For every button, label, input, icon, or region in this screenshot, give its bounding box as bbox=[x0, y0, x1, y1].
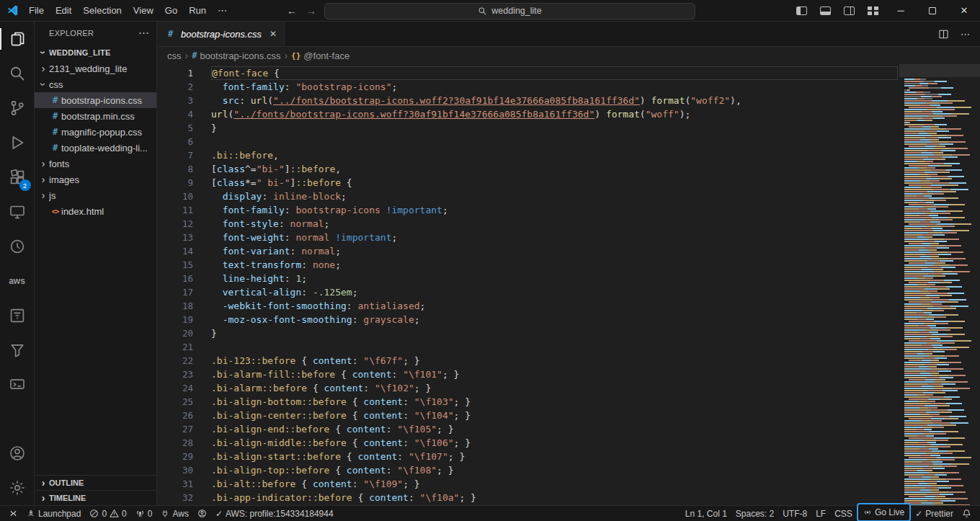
code-line-1[interactable]: 1@font-face { bbox=[157, 66, 899, 80]
toggle-secondary-sidebar-icon[interactable] bbox=[837, 0, 861, 22]
tree-file-magnific-popup.css[interactable]: ›#magnific-popup.css bbox=[35, 124, 156, 140]
tree-folder-2131_wedding_lite[interactable]: ›2131_wedding_lite bbox=[35, 61, 156, 76]
settings-gear-icon[interactable] bbox=[0, 471, 35, 505]
code-line-16[interactable]: 16 line-height: 1; bbox=[157, 272, 899, 285]
code-line-32[interactable]: 32.bi-app-indicator::before { content: "… bbox=[157, 491, 899, 504]
menu-file[interactable]: File bbox=[23, 0, 50, 21]
code-line-4[interactable]: 4url("../fonts/bootstrap-icons.woff?30af… bbox=[157, 107, 899, 121]
menu-selection[interactable]: Selection bbox=[77, 0, 127, 21]
tree-folder-images[interactable]: ›images bbox=[35, 172, 156, 187]
code-line-23[interactable]: 23.bi-alarm-fill::before { content: "\f1… bbox=[157, 368, 899, 381]
menu-view[interactable]: View bbox=[128, 0, 159, 21]
maximize-button[interactable] bbox=[917, 0, 948, 22]
source-control-icon[interactable] bbox=[0, 91, 35, 125]
encoding-status[interactable]: UTF-8 bbox=[778, 506, 811, 521]
workspace-root[interactable]: › WEDDING_LITE bbox=[35, 45, 156, 61]
menu-more[interactable]: ⋯ bbox=[212, 0, 233, 21]
remote-explorer-icon[interactable] bbox=[0, 195, 35, 229]
code-line-17[interactable]: 17 vertical-align: -.125em; bbox=[157, 285, 899, 299]
code-line-20[interactable]: 20} bbox=[157, 326, 899, 340]
toggle-primary-sidebar-icon[interactable] bbox=[790, 0, 814, 22]
minimap[interactable] bbox=[899, 64, 980, 505]
nav-back-icon[interactable]: ← bbox=[285, 5, 298, 17]
close-window-button[interactable]: ✕ bbox=[948, 0, 980, 22]
remote-indicator[interactable] bbox=[4, 506, 22, 521]
filter-box-icon[interactable] bbox=[0, 298, 35, 333]
clock-icon[interactable] bbox=[0, 229, 35, 264]
nav-forward-icon[interactable]: → bbox=[305, 5, 318, 17]
tree-folder-css[interactable]: ›css bbox=[35, 76, 156, 92]
code-line-24[interactable]: 24.bi-alarm::before { content: "\f102"; … bbox=[157, 381, 899, 395]
code-lines[interactable]: 1@font-face {2 font-family: "bootstrap-i… bbox=[157, 64, 899, 505]
cursor-position-status[interactable]: Ln 1, Col 1 bbox=[681, 506, 731, 521]
account-status-item[interactable] bbox=[193, 506, 211, 521]
tree-file-tooplate-wedding-li...[interactable]: ›#tooplate-wedding-li... bbox=[35, 140, 156, 156]
code-line-12[interactable]: 12 font-style: normal; bbox=[157, 217, 899, 231]
code-line-18[interactable]: 18 -webkit-font-smoothing: antialiased; bbox=[157, 299, 899, 313]
problems-status-item[interactable]: 0 0 bbox=[85, 506, 130, 521]
timeline-section[interactable]: › TIMELINE bbox=[35, 490, 156, 505]
eol-status[interactable]: LF bbox=[811, 506, 830, 521]
menu-run[interactable]: Run bbox=[183, 0, 212, 21]
breadcrumb-file[interactable]: # bootstrap-icons.css bbox=[192, 50, 280, 61]
code-line-25[interactable]: 25.bi-align-bottom::before { content: "\… bbox=[157, 395, 899, 409]
breadcrumb-symbol[interactable]: {} @font-face bbox=[291, 50, 349, 61]
command-center-search[interactable]: wedding_lite bbox=[324, 3, 695, 19]
minimize-button[interactable]: ─ bbox=[885, 0, 917, 22]
code-line-28[interactable]: 28.bi-align-middle::before { content: "\… bbox=[157, 436, 899, 450]
funnel-icon[interactable] bbox=[0, 333, 35, 368]
code-line-6[interactable]: 6 bbox=[157, 135, 899, 148]
notifications-bell[interactable] bbox=[958, 506, 976, 521]
aws-toolkit-icon[interactable]: aws bbox=[0, 264, 35, 298]
code-line-10[interactable]: 10 display: inline-block; bbox=[157, 190, 899, 203]
code-line-2[interactable]: 2 font-family: "bootstrap-icons"; bbox=[157, 80, 899, 94]
language-mode-status[interactable]: CSS bbox=[830, 506, 857, 521]
tree-folder-fonts[interactable]: ›fonts bbox=[35, 156, 156, 172]
ports-status-item[interactable]: 0 bbox=[131, 506, 157, 521]
explorer-icon[interactable] bbox=[0, 22, 35, 56]
tree-folder-js[interactable]: ›js bbox=[35, 187, 156, 203]
terminal-monitor-icon[interactable] bbox=[0, 368, 35, 402]
prettier-status-item[interactable]: ✓ Prettier bbox=[911, 506, 958, 521]
accounts-icon[interactable] bbox=[0, 436, 35, 471]
split-editor-icon[interactable] bbox=[938, 29, 949, 40]
code-line-5[interactable]: 5} bbox=[157, 121, 899, 135]
code-line-19[interactable]: 19 -moz-osx-font-smoothing: grayscale; bbox=[157, 313, 899, 326]
tree-file-index.html[interactable]: ›<>index.html bbox=[35, 203, 156, 219]
code-line-14[interactable]: 14 font-variant: normal; bbox=[157, 244, 899, 258]
code-line-21[interactable]: 21 bbox=[157, 340, 899, 354]
code-line-27[interactable]: 27.bi-align-end::before { content: "\f10… bbox=[157, 422, 899, 436]
code-line-15[interactable]: 15 text-transform: none; bbox=[157, 258, 899, 272]
aws-profile-status-item[interactable]: ✓ AWS: profile:154334184944 bbox=[211, 506, 338, 521]
code-line-13[interactable]: 13 font-weight: normal !important; bbox=[157, 231, 899, 244]
code-line-30[interactable]: 30.bi-align-top::before { content: "\f10… bbox=[157, 463, 899, 477]
code-line-8[interactable]: 8[class^="bi-"]::before, bbox=[157, 162, 899, 176]
toggle-panel-icon[interactable] bbox=[814, 0, 837, 22]
aws-status-item[interactable]: Aws bbox=[156, 506, 192, 521]
search-sidebar-icon[interactable] bbox=[0, 56, 35, 91]
launchpad-status-item[interactable]: Launchpad bbox=[22, 506, 85, 521]
run-and-debug-icon[interactable] bbox=[0, 125, 35, 160]
code-line-26[interactable]: 26.bi-align-center::before { content: "\… bbox=[157, 409, 899, 422]
extensions-icon[interactable]: 2 bbox=[0, 160, 35, 195]
code-line-9[interactable]: 9[class*=" bi-"]::before { bbox=[157, 176, 899, 190]
customize-layout-icon[interactable] bbox=[861, 0, 885, 22]
minimap-slider[interactable] bbox=[899, 64, 980, 77]
menu-edit[interactable]: Edit bbox=[50, 0, 77, 21]
tree-file-bootstrap-icons.css[interactable]: ›#bootstrap-icons.css bbox=[35, 92, 156, 108]
go-live-button[interactable]: Go Live bbox=[857, 503, 911, 521]
code-line-22[interactable]: 22.bi-123::before { content: "\f67f"; } bbox=[157, 354, 899, 368]
code-line-31[interactable]: 31.bi-alt::before { content: "\f109"; } bbox=[157, 477, 899, 491]
code-line-11[interactable]: 11 font-family: bootstrap-icons !importa… bbox=[157, 203, 899, 217]
outline-section[interactable]: › OUTLINE bbox=[35, 475, 156, 490]
menu-go[interactable]: Go bbox=[159, 0, 183, 21]
tab-bootstrap-icons-css[interactable]: # bootstrap-icons.css ✕ bbox=[157, 22, 285, 46]
editor-more-actions-icon[interactable]: ⋯ bbox=[961, 29, 970, 40]
explorer-more-actions-icon[interactable]: ⋯ bbox=[138, 27, 149, 40]
code-line-7[interactable]: 7.bi::before, bbox=[157, 148, 899, 162]
code-line-29[interactable]: 29.bi-align-start::before { content: "\f… bbox=[157, 450, 899, 463]
breadcrumb-folder[interactable]: css bbox=[167, 50, 182, 61]
code-line-3[interactable]: 3 src: url("../fonts/bootstrap-icons.wof… bbox=[157, 94, 899, 107]
tab-close-icon[interactable]: ✕ bbox=[270, 29, 277, 39]
tree-file-bootstrap.min.css[interactable]: ›#bootstrap.min.css bbox=[35, 108, 156, 124]
